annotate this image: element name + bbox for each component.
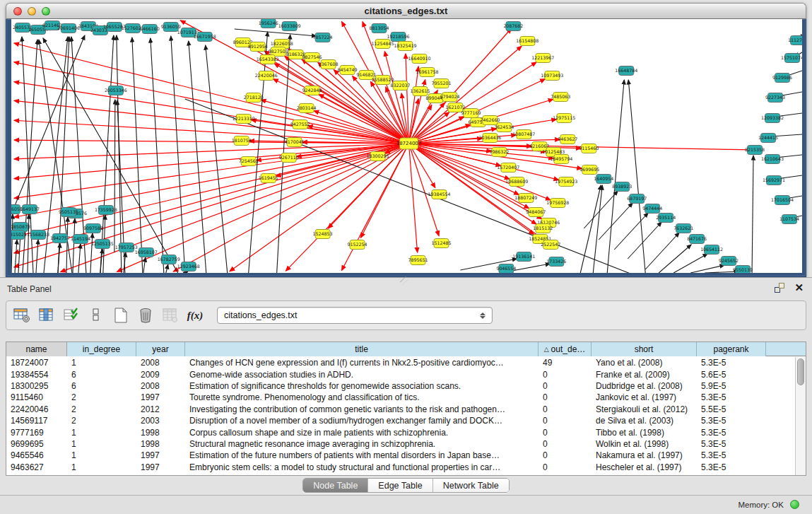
graph-node[interactable]: 16033809 bbox=[278, 22, 301, 31]
graph-node[interactable]: 1640954 bbox=[594, 175, 613, 184]
graph-node[interactable]: 15720407 bbox=[497, 163, 519, 173]
table-cell[interactable]: 1 bbox=[67, 358, 136, 368]
table-cell[interactable]: 1998 bbox=[136, 428, 185, 438]
close-panel-icon[interactable]: ✕ bbox=[794, 283, 804, 293]
graph-node[interactable]: 6466160 bbox=[140, 25, 160, 34]
graph-node[interactable]: 9245652 bbox=[719, 257, 739, 266]
graph-node[interactable]: 2935114 bbox=[656, 214, 676, 223]
table-cell[interactable]: Franke et al. (2009) bbox=[592, 370, 697, 380]
table-cell[interactable]: Estimation of significance thresholds fo… bbox=[185, 381, 539, 391]
table-cell[interactable]: 0 bbox=[539, 381, 592, 391]
graph-node[interactable]: 16210643 bbox=[761, 155, 784, 164]
graph-node[interactable]: 1733426 bbox=[546, 257, 566, 267]
table-settings-icon[interactable] bbox=[13, 306, 31, 325]
minimize-window-icon[interactable] bbox=[28, 7, 36, 16]
table-cell[interactable]: Genome-wide association studies in ADHD. bbox=[185, 370, 539, 380]
table-cell[interactable]: 9465546 bbox=[6, 450, 67, 460]
graph-edge[interactable] bbox=[235, 29, 317, 36]
table-cell[interactable]: de Silva et al. (2003) bbox=[592, 416, 697, 426]
delete-table-icon[interactable] bbox=[136, 306, 155, 325]
table-cell[interactable]: 0 bbox=[539, 462, 592, 472]
table-cell[interactable]: 0 bbox=[539, 404, 592, 414]
graph-edge[interactable] bbox=[117, 35, 122, 273]
graph-node[interactable]: 20053346 bbox=[105, 86, 127, 95]
table-cell[interactable]: Embryonic stem cells: a model to study s… bbox=[185, 462, 539, 472]
column-header-out_de[interactable]: △out_de… bbox=[539, 342, 592, 356]
memory-ok-indicator[interactable] bbox=[790, 500, 799, 509]
table-cell[interactable]: 0 bbox=[539, 428, 592, 438]
graph-node[interactable]: 8454749 bbox=[338, 66, 358, 75]
column-header-name[interactable]: name bbox=[6, 342, 67, 356]
graph-node[interactable]: 12923468 bbox=[177, 262, 200, 271]
graph-node[interactable]: 9242848 bbox=[302, 86, 322, 95]
table-cell[interactable]: 9463627 bbox=[6, 462, 67, 472]
graph-edge[interactable] bbox=[36, 240, 38, 273]
graph-node[interactable]: 9115460 bbox=[579, 144, 599, 153]
graph-edge[interactable] bbox=[117, 144, 409, 271]
graph-edge[interactable] bbox=[408, 144, 435, 188]
graph-node[interactable]: 10807487 bbox=[512, 130, 535, 139]
network-canvas[interactable]: 1872400724055721650554821146320691406184… bbox=[11, 19, 802, 273]
graph-edge[interactable] bbox=[408, 144, 417, 252]
tab-node-table[interactable]: Node Table bbox=[303, 479, 368, 492]
graph-node[interactable]: 10688609 bbox=[505, 177, 528, 187]
table-cell[interactable]: 0 bbox=[539, 439, 592, 449]
graph-edge[interactable] bbox=[66, 217, 68, 273]
graph-edge[interactable] bbox=[173, 144, 408, 271]
table-cell[interactable]: Tibbo et al. (1998) bbox=[592, 428, 697, 438]
graph-node[interactable]: 9152254 bbox=[348, 240, 367, 250]
table-cell[interactable]: Investigating the contribution of common… bbox=[185, 404, 539, 414]
graph-node[interactable]: 16154808 bbox=[516, 37, 539, 46]
table-row[interactable]: 911546021997Tourette syndrome. Phenomeno… bbox=[6, 392, 794, 403]
table-cell[interactable]: 5.5E-5 bbox=[697, 404, 766, 414]
graph-edge[interactable] bbox=[659, 245, 691, 273]
table-cell[interactable]: Disruption of a novel member of a sodium… bbox=[185, 416, 539, 426]
graph-node[interactable]: 18325419 bbox=[394, 42, 417, 51]
graph-node[interactable]: 2522547 bbox=[541, 240, 560, 250]
graph-edge[interactable] bbox=[186, 271, 188, 273]
graph-node[interactable]: 8912954 bbox=[248, 42, 268, 52]
graph-edge[interactable] bbox=[341, 144, 408, 270]
graph-node[interactable]: 9550139 bbox=[733, 266, 753, 274]
graph-node[interactable]: 1942757 bbox=[50, 234, 70, 243]
graph-node[interactable]: 8427552 bbox=[290, 120, 310, 129]
graph-node[interactable]: 12213967 bbox=[531, 54, 554, 63]
graph-edge[interactable] bbox=[114, 100, 115, 252]
graph-node[interactable]: 9129986 bbox=[772, 74, 792, 83]
graph-node[interactable]: 1145194 bbox=[71, 235, 90, 244]
graph-node[interactable]: 2803144 bbox=[297, 104, 317, 113]
table-cell[interactable]: 2008 bbox=[136, 358, 185, 368]
graph-edge[interactable] bbox=[90, 233, 93, 273]
table-cell[interactable]: Stergiakouli et al. (2012) bbox=[592, 404, 697, 414]
graph-node[interactable]: 9227343 bbox=[765, 93, 785, 103]
graph-node[interactable]: 9505135 bbox=[59, 208, 78, 217]
table-cell[interactable]: Jankovic et al. (1997) bbox=[592, 392, 697, 402]
graph-node[interactable]: 9267110 bbox=[279, 153, 299, 163]
table-cell[interactable]: 2003 bbox=[136, 416, 185, 426]
graph-node[interactable]: 1524853 bbox=[313, 230, 333, 239]
graph-node[interactable]: 7986322 bbox=[489, 148, 509, 157]
graph-node[interactable]: 1512485 bbox=[431, 239, 451, 248]
table-cell[interactable]: 2012 bbox=[136, 404, 185, 414]
table-cell[interactable]: Nakamura et al. (1997) bbox=[592, 450, 697, 460]
graph-node[interactable]: 7254561 bbox=[239, 157, 259, 166]
table-cell[interactable]: Wolkin et al. (1998) bbox=[592, 439, 697, 449]
graph-node[interactable]: 8813054 bbox=[370, 24, 389, 33]
table-cell[interactable]: 5.6E-5 bbox=[697, 370, 766, 380]
graph-node[interactable]: 15751074 bbox=[781, 54, 802, 63]
graph-edge[interactable] bbox=[73, 218, 75, 273]
table-cell[interactable]: 5.3E-5 bbox=[697, 462, 766, 472]
graph-node[interactable]: 7485063 bbox=[551, 93, 570, 102]
table-cell[interactable]: 22420046 bbox=[6, 404, 67, 414]
graph-node[interactable]: 9046554 bbox=[496, 264, 516, 274]
graph-node[interactable]: 19754923 bbox=[555, 177, 577, 187]
graph-edge[interactable] bbox=[752, 156, 753, 273]
graph-node[interactable]: 9777169 bbox=[461, 109, 481, 118]
table-cell[interactable]: 1 bbox=[67, 439, 136, 449]
table-row[interactable]: 1938455462009Genome-wide association stu… bbox=[6, 368, 794, 380]
graph-node[interactable]: 1362615 bbox=[410, 87, 430, 96]
table-cell[interactable]: 18724007 bbox=[6, 358, 67, 368]
graph-node[interactable]: 7955201 bbox=[431, 79, 451, 88]
table-row[interactable]: 946554611997Estimation of the future num… bbox=[6, 450, 794, 461]
graph-node[interactable]: 3624534 bbox=[494, 123, 514, 132]
